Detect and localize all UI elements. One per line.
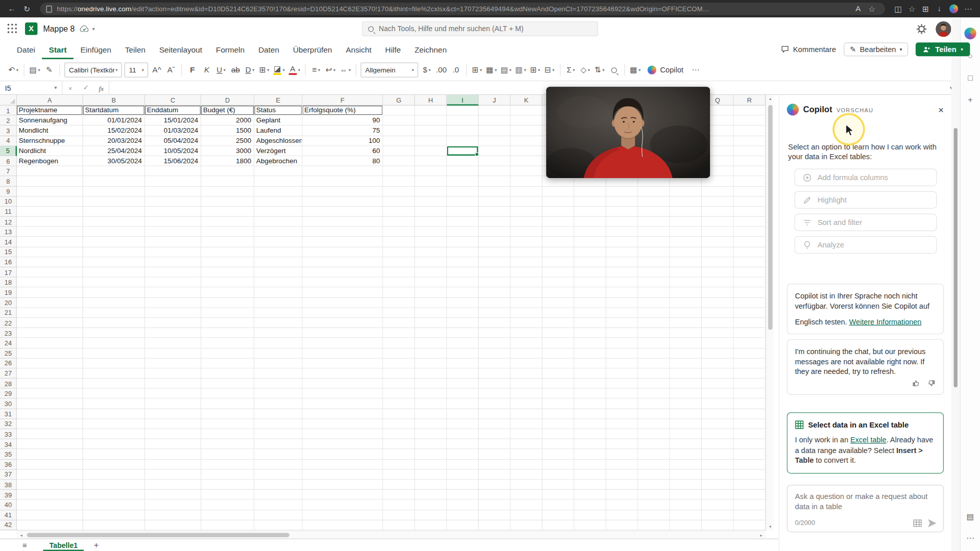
row-header-41[interactable]: 41 [0, 510, 17, 520]
cell-M27[interactable] [574, 368, 606, 379]
cell-O12[interactable] [638, 217, 670, 227]
copilot-option-highlight[interactable]: Highlight [794, 191, 937, 209]
toolbar-font-size-select[interactable]: 11▾ [125, 62, 149, 77]
cell-K19[interactable] [510, 288, 542, 298]
page-scroll-thumb[interactable] [954, 128, 958, 387]
cell-K17[interactable] [510, 267, 542, 278]
cell-A40[interactable] [17, 500, 83, 510]
cell-E25[interactable] [254, 348, 302, 359]
cell-I2[interactable] [447, 116, 479, 126]
cell-N41[interactable] [606, 510, 638, 520]
cell-L26[interactable] [543, 358, 574, 368]
cell-F19[interactable] [303, 288, 383, 298]
cell-A31[interactable] [17, 409, 83, 419]
cell-O24[interactable] [638, 338, 670, 348]
cell-D10[interactable] [201, 196, 254, 207]
cell-M20[interactable] [574, 298, 606, 308]
cell-I42[interactable] [447, 520, 479, 531]
cell-L23[interactable] [543, 328, 574, 338]
copilot-close-icon[interactable]: × [938, 105, 944, 114]
cell-F25[interactable] [303, 348, 383, 359]
cell-G14[interactable] [383, 237, 415, 247]
cell-R3[interactable] [734, 126, 766, 136]
address-bar[interactable]: https://onedrive.live.com/edit?action=ed… [40, 3, 885, 15]
cell-Q16[interactable] [702, 257, 733, 267]
cell-P9[interactable] [670, 187, 702, 197]
cell-C10[interactable] [145, 196, 201, 207]
cell-G33[interactable] [383, 429, 415, 439]
cell-R15[interactable] [734, 247, 766, 257]
cell-E28[interactable] [254, 379, 302, 389]
cell-D40[interactable] [201, 500, 254, 510]
cell-E35[interactable] [254, 449, 302, 460]
cell-H15[interactable] [415, 247, 447, 257]
cell-F11[interactable] [303, 207, 383, 217]
cell-M41[interactable] [574, 510, 606, 520]
cell-F12[interactable] [303, 217, 383, 227]
cell-K39[interactable] [510, 490, 542, 500]
cell-G27[interactable] [383, 368, 415, 379]
cell-G13[interactable] [383, 227, 415, 237]
cell-M28[interactable] [574, 379, 606, 389]
grid-horizontal-scrollbar[interactable]: ◂ ▸ [17, 531, 766, 539]
cell-H36[interactable] [415, 460, 447, 470]
cell-P14[interactable] [670, 237, 702, 247]
cell-H30[interactable] [415, 399, 447, 409]
cell-R22[interactable] [734, 318, 766, 328]
cell-D35[interactable] [201, 449, 254, 460]
cell-D30[interactable] [201, 399, 254, 409]
collections-icon[interactable]: ⊞ [919, 2, 933, 16]
cell-D33[interactable] [201, 429, 254, 439]
cell-G9[interactable] [383, 187, 415, 197]
cell-F16[interactable] [303, 257, 383, 267]
cell-Q28[interactable] [702, 379, 733, 389]
cell-E11[interactable] [254, 207, 302, 217]
cell-J24[interactable] [479, 338, 510, 348]
cell-J39[interactable] [479, 490, 510, 500]
cell-A23[interactable] [17, 328, 83, 338]
cell-J42[interactable] [479, 520, 510, 531]
cell-N37[interactable] [606, 470, 638, 480]
cell-H28[interactable] [415, 379, 447, 389]
cell-L41[interactable] [543, 510, 574, 520]
row-header-8[interactable]: 8 [0, 177, 17, 187]
cell-J29[interactable] [479, 389, 510, 399]
cell-J10[interactable] [479, 196, 510, 207]
toolbar-decrease-font-size[interactable]: Aˇ [164, 62, 178, 78]
cell-P42[interactable] [670, 520, 702, 531]
cell-G42[interactable] [383, 520, 415, 531]
cell-A15[interactable] [17, 247, 83, 257]
more-information-link[interactable]: Weitere Informationen [849, 317, 922, 327]
cell-Q38[interactable] [702, 480, 733, 490]
cell-I13[interactable] [447, 227, 479, 237]
cell-G34[interactable] [383, 439, 415, 449]
workbook-menu-caret-icon[interactable]: ▾ [92, 26, 95, 32]
ribbon-tab-datei[interactable]: Datei [10, 40, 42, 59]
cell-H27[interactable] [415, 368, 447, 379]
cell-R30[interactable] [734, 399, 766, 409]
toolbar-currency-format[interactable]: $▾ [420, 62, 434, 78]
cell-A17[interactable] [17, 267, 83, 278]
row-header-25[interactable]: 25 [0, 348, 17, 359]
browser-back-button[interactable]: ← [5, 2, 19, 16]
cell-P10[interactable] [670, 196, 702, 207]
sidebar-copilot-icon[interactable] [964, 28, 976, 39]
cell-L40[interactable] [543, 500, 574, 510]
copilot-option-sort-and-filter[interactable]: Sort and filter [794, 214, 937, 231]
cell-Q36[interactable] [702, 460, 733, 470]
cell-E6[interactable]: Abgebrochen [254, 156, 302, 166]
cell-E8[interactable] [254, 177, 302, 187]
cell-G40[interactable] [383, 500, 415, 510]
grid-vertical-scrollbar[interactable]: ▴ ▾ [766, 95, 774, 530]
cell-L16[interactable] [543, 257, 574, 267]
cell-F36[interactable] [303, 460, 383, 470]
copilot-option-analyze[interactable]: Analyze [794, 236, 937, 254]
cell-J23[interactable] [479, 328, 510, 338]
cell-H7[interactable] [415, 166, 447, 177]
cell-G38[interactable] [383, 480, 415, 490]
cell-J6[interactable] [479, 156, 510, 166]
cell-C23[interactable] [145, 328, 201, 338]
cell-J16[interactable] [479, 257, 510, 267]
row-header-27[interactable]: 27 [0, 368, 17, 379]
cell-F37[interactable] [303, 470, 383, 480]
